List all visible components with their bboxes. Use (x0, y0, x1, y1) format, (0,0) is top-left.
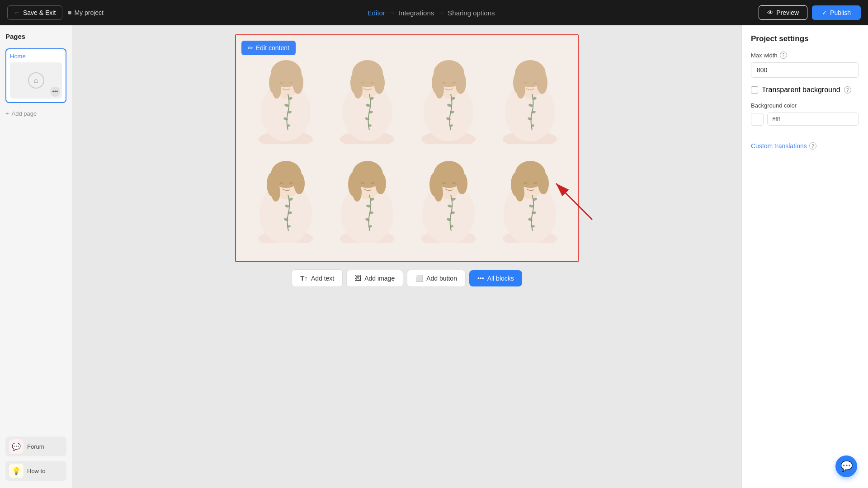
svg-point-113 (524, 182, 527, 184)
text-icon: T↑ (300, 274, 308, 282)
add-page-label: Add page (12, 110, 37, 117)
nav-center: Editor → Integrations → Sharing options (109, 9, 753, 17)
edit-content-button[interactable]: ✏ Edit content (241, 41, 296, 55)
image-cell-5 (245, 148, 326, 248)
chat-bubble-button[interactable]: 💬 (835, 455, 857, 477)
svg-point-9 (289, 82, 293, 84)
svg-point-36 (455, 71, 466, 94)
max-width-label-row: Max width ? (751, 52, 859, 59)
image-cell-8 (489, 148, 571, 248)
max-width-input[interactable] (751, 62, 859, 78)
svg-point-84 (371, 182, 374, 184)
svg-point-68 (279, 182, 283, 184)
custom-translations-label: Custom translations (751, 142, 807, 150)
bottom-toolbar: T↑ Add text 🖼 Add image ⬜ Add button •••… (292, 269, 522, 294)
all-blocks-label: All blocks (487, 275, 514, 282)
checkmark-icon: ✓ (822, 9, 827, 16)
project-settings-title: Project settings (751, 34, 859, 43)
max-width-section: Max width ? (751, 52, 859, 78)
add-image-label: Add image (364, 275, 395, 282)
image-cell-2 (326, 49, 408, 148)
custom-translations-help-icon[interactable]: ? (809, 142, 816, 150)
divider (751, 134, 859, 134)
bg-color-input-row (751, 113, 859, 126)
integrations-nav-link[interactable]: Integrations (399, 9, 434, 17)
project-name-area: My project (68, 9, 104, 16)
svg-point-111 (538, 173, 549, 194)
svg-point-39 (452, 82, 456, 84)
add-text-label: Add text (311, 275, 334, 282)
svg-point-24 (371, 82, 374, 84)
main-layout: Pages Home ⌂ ••• + Add page 💬 Forum 💡 Ho… (0, 25, 868, 488)
transparent-bg-row: Transparent background ? (751, 86, 859, 94)
transparent-bg-label: Transparent background (762, 86, 840, 94)
add-page-button[interactable]: + Add page (5, 108, 66, 119)
image-cell-4 (489, 49, 571, 148)
illustration-3 (412, 53, 485, 144)
bg-color-label-text: Background color (751, 102, 859, 109)
project-name-label: My project (74, 9, 104, 16)
max-width-help-icon[interactable]: ? (780, 52, 787, 59)
plus-icon: + (5, 110, 9, 117)
forum-item[interactable]: 💬 Forum (5, 436, 66, 456)
illustration-5 (250, 153, 322, 243)
add-text-button[interactable]: T↑ Add text (292, 269, 343, 287)
transparent-bg-section: Transparent background ? (751, 86, 859, 94)
svg-point-114 (533, 182, 537, 184)
svg-point-69 (289, 182, 293, 184)
editor-nav-link[interactable]: Editor (368, 9, 385, 17)
home-thumb-icon: ⌂ (28, 72, 44, 89)
image-cell-7 (408, 148, 489, 248)
max-width-label: Max width (751, 52, 778, 59)
image-cell-1 (245, 49, 326, 148)
canvas-border: ✏ Edit content (235, 34, 579, 262)
pencil-icon: ✏ (248, 44, 253, 52)
sidebar-bottom: 💬 Forum 💡 How to (5, 436, 66, 481)
image-grid (236, 35, 578, 261)
add-image-button[interactable]: 🖼 Add image (346, 270, 403, 287)
howto-item[interactable]: 💡 How to (5, 461, 66, 481)
svg-point-6 (292, 71, 303, 94)
svg-point-97 (434, 183, 443, 202)
home-page-card[interactable]: Home ⌂ ••• (5, 48, 66, 103)
save-exit-button[interactable]: ← Save & Exit (7, 5, 62, 20)
all-blocks-button[interactable]: ••• All blocks (469, 270, 522, 286)
illustration-7 (412, 153, 485, 243)
illustration-1 (250, 53, 322, 144)
transparent-bg-help-icon[interactable]: ? (844, 86, 851, 94)
illustration-2 (331, 53, 403, 144)
chat-icon: 💬 (840, 460, 853, 472)
add-button-label: Add button (426, 275, 457, 282)
preview-label: Preview (776, 9, 799, 16)
page-more-button[interactable]: ••• (50, 87, 60, 97)
svg-point-53 (524, 82, 527, 84)
illustration-6 (331, 153, 403, 243)
preview-button[interactable]: 👁 Preview (759, 5, 807, 20)
custom-translations-link[interactable]: Custom translations ? (751, 142, 859, 150)
add-button-button[interactable]: ⬜ Add button (407, 270, 466, 287)
canvas-area: ✏ Edit content (72, 25, 741, 488)
sharing-nav-link[interactable]: Sharing options (448, 9, 495, 17)
forum-label: Forum (27, 443, 44, 450)
home-page-thumbnail: ⌂ ••• (10, 62, 62, 99)
back-arrow-icon: ← (14, 9, 20, 16)
bg-color-swatch[interactable] (751, 113, 764, 126)
svg-point-82 (353, 183, 362, 202)
bg-color-input[interactable] (767, 113, 859, 126)
nav-right: 👁 Preview ✓ Publish (759, 5, 861, 20)
home-page-title: Home (10, 53, 62, 60)
pages-title: Pages (5, 33, 66, 40)
svg-point-21 (374, 71, 385, 94)
bg-color-label: Background color (751, 102, 797, 109)
svg-point-83 (361, 182, 364, 184)
arrow-icon-2: → (438, 9, 444, 16)
publish-label: Publish (830, 9, 851, 16)
svg-point-98 (442, 182, 446, 184)
arrow-icon-1: → (389, 9, 395, 16)
dot-icon (68, 11, 71, 14)
svg-point-23 (361, 82, 364, 84)
illustration-4 (494, 53, 566, 144)
transparent-bg-checkbox[interactable] (751, 86, 758, 94)
image-icon: 🖼 (355, 275, 361, 282)
publish-button[interactable]: ✓ Publish (812, 5, 861, 20)
